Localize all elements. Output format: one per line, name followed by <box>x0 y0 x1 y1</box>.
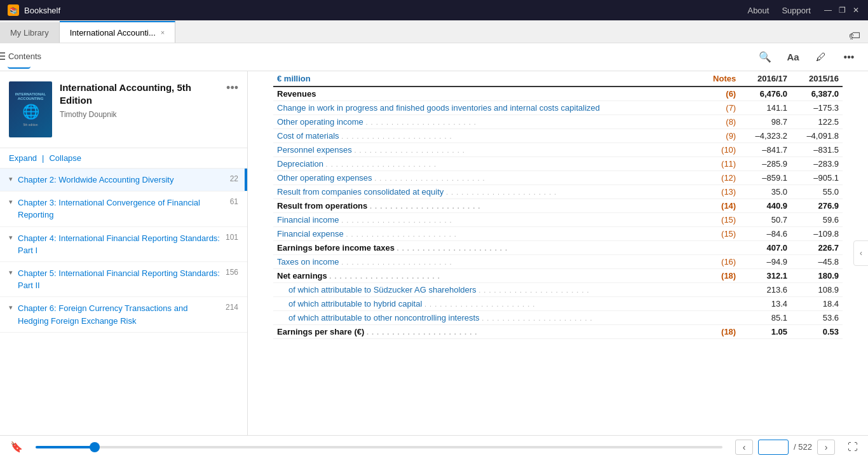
more-options-button[interactable]: ••• <box>837 46 860 69</box>
contents-button[interactable]: ☰ Contents <box>8 46 31 69</box>
bookmark-button[interactable]: 🔖 <box>10 441 23 453</box>
close-button[interactable]: ✕ <box>851 6 860 15</box>
row-label: Net earnings . . . . . . . . . . . . . .… <box>273 269 700 283</box>
minimize-button[interactable]: — <box>824 6 832 15</box>
sidebar: INTERNATIONALACCOUNTING 🌐 5th edition In… <box>0 71 248 435</box>
restore-button[interactable]: ❐ <box>837 6 846 15</box>
toc-item[interactable]: ▾ Chapter 2: Worldwide Accounting Divers… <box>0 169 247 191</box>
row-v2: 108.9 <box>791 283 843 297</box>
toc-chevron-icon: ▾ <box>9 198 13 206</box>
row-notes: (18) <box>700 269 740 283</box>
row-label: Other operating income . . . . . . . . .… <box>273 115 700 129</box>
table-row: Net earnings . . . . . . . . . . . . . .… <box>273 269 843 283</box>
fullscreen-button[interactable]: ⛶ <box>848 441 858 453</box>
titlebar: 📚 Bookshelf About Support — ❐ ✕ <box>0 0 868 20</box>
font-size-button[interactable]: Aa <box>782 46 804 69</box>
table-row: Change in work in progress and finished … <box>273 101 843 115</box>
row-notes <box>700 283 740 297</box>
row-label: Change in work in progress and finished … <box>273 101 700 115</box>
toc-item[interactable]: ▾ Chapter 4: International Financial Rep… <box>0 227 247 262</box>
row-v2: –831.5 <box>791 143 843 157</box>
row-label: Result from companies consolidated at eq… <box>273 185 700 199</box>
row-notes: (15) <box>700 227 740 241</box>
row-notes <box>700 241 740 255</box>
highlight-button[interactable]: 🖊 <box>810 46 832 69</box>
toc-item-page: 156 <box>220 268 238 277</box>
toc-item[interactable]: ▾ Chapter 3: International Convergence o… <box>0 191 247 226</box>
toc-item-label: Chapter 3: International Convergence of … <box>18 198 200 219</box>
dots: . . . . . . . . . . . . . . . . . . . . … <box>424 300 535 308</box>
row-v1: 6,476.0 <box>740 87 791 101</box>
table-row: Result from companies consolidated at eq… <box>273 185 843 199</box>
row-label: Depreciation . . . . . . . . . . . . . .… <box>273 157 700 171</box>
dots: . . . . . . . . . . . . . . . . . . . . … <box>374 174 485 182</box>
row-notes: (18) <box>700 325 740 339</box>
about-link[interactable]: About <box>747 6 769 15</box>
toc-active-bar <box>245 169 247 191</box>
app-icon: 📚 <box>8 4 19 16</box>
row-v1: 50.7 <box>740 213 791 227</box>
table-row: of which attributable to hybrid capital … <box>273 297 843 311</box>
row-v1: –285.9 <box>740 157 791 171</box>
book-author: Timothy Doupnik <box>60 110 219 119</box>
collapse-button[interactable]: Collapse <box>49 153 81 163</box>
progress-track[interactable] <box>36 446 722 448</box>
book-cover: INTERNATIONALACCOUNTING 🌐 5th edition <box>9 81 52 137</box>
dots: . . . . . . . . . . . . . . . . . . . . … <box>354 146 465 154</box>
toc-chevron-icon: ▾ <box>9 268 13 277</box>
toc-item-page: 22 <box>225 174 238 183</box>
row-v1: –4,323.2 <box>740 129 791 143</box>
row-v1: 98.7 <box>740 115 791 129</box>
highlight-icon: 🖊 <box>816 52 826 63</box>
toc-item[interactable]: ▾ Chapter 6: Foreign Currency Transactio… <box>0 297 247 332</box>
book-menu-button[interactable]: ••• <box>226 81 238 95</box>
page-input[interactable]: 45 <box>758 440 789 455</box>
expand-button[interactable]: Expand <box>9 153 37 163</box>
row-v1: –841.7 <box>740 143 791 157</box>
row-v2: 180.9 <box>791 269 843 283</box>
next-page-button[interactable]: › <box>817 440 835 455</box>
dots: . . . . . . . . . . . . . . . . . . . . … <box>341 258 452 266</box>
row-v2: 18.4 <box>791 297 843 311</box>
row-v1: –94.9 <box>740 255 791 269</box>
row-v1: –859.1 <box>740 171 791 185</box>
row-notes <box>700 297 740 311</box>
row-v2: –175.3 <box>791 101 843 115</box>
table-row: Result from operations . . . . . . . . .… <box>273 199 843 213</box>
bookmark-icon[interactable]: 🏷 <box>849 29 860 43</box>
row-label: Other operating expenses . . . . . . . .… <box>273 171 700 185</box>
titlebar-nav: About Support <box>747 6 811 15</box>
toc-item-page: 61 <box>225 197 238 206</box>
expand-collapse-bar: Expand | Collapse <box>0 148 247 169</box>
toc-item-content: Chapter 2: Worldwide Accounting Diversit… <box>18 174 225 186</box>
tab-my-library[interactable]: My Library <box>0 22 60 43</box>
row-notes: (13) <box>700 185 740 199</box>
row-v2: 59.6 <box>791 213 843 227</box>
progress-thumb <box>90 442 100 452</box>
row-label: Financial income . . . . . . . . . . . .… <box>273 213 700 227</box>
row-label: Earnings before income taxes . . . . . .… <box>273 241 700 255</box>
row-notes: (6) <box>700 87 740 101</box>
toc-item-label: Chapter 6: Foreign Currency Transactions… <box>18 303 187 325</box>
content-area: ‹ € million Notes 2016/17 2015/16 Revenu… <box>248 71 868 435</box>
row-v2: 226.7 <box>791 241 843 255</box>
table-row: Financial expense . . . . . . . . . . . … <box>273 227 843 241</box>
header-notes: Notes <box>700 71 740 87</box>
font-size-icon: Aa <box>787 52 799 62</box>
toc-item-label: Chapter 2: Worldwide Accounting Diversit… <box>18 175 173 184</box>
tab-close-button[interactable]: × <box>161 29 165 36</box>
row-notes <box>700 311 740 325</box>
content-inner: € million Notes 2016/17 2015/16 Revenues… <box>248 71 868 435</box>
row-label: Financial expense . . . . . . . . . . . … <box>273 227 700 241</box>
tab-current-book[interactable]: International Accounti... × <box>60 21 176 43</box>
toc-item[interactable]: ▾ Chapter 5: International Financial Rep… <box>0 262 247 297</box>
support-link[interactable]: Support <box>782 6 811 15</box>
search-button[interactable]: 🔍 <box>754 46 776 69</box>
row-notes: (8) <box>700 115 740 129</box>
row-v2: 55.0 <box>791 185 843 199</box>
sidebar-collapse-arrow[interactable]: ‹ <box>853 240 868 266</box>
prev-page-button[interactable]: ‹ <box>735 440 753 455</box>
row-label: Personnel expenses . . . . . . . . . . .… <box>273 143 700 157</box>
more-icon: ••• <box>844 52 855 63</box>
dots: . . . . . . . . . . . . . . . . . . . . … <box>329 272 440 280</box>
